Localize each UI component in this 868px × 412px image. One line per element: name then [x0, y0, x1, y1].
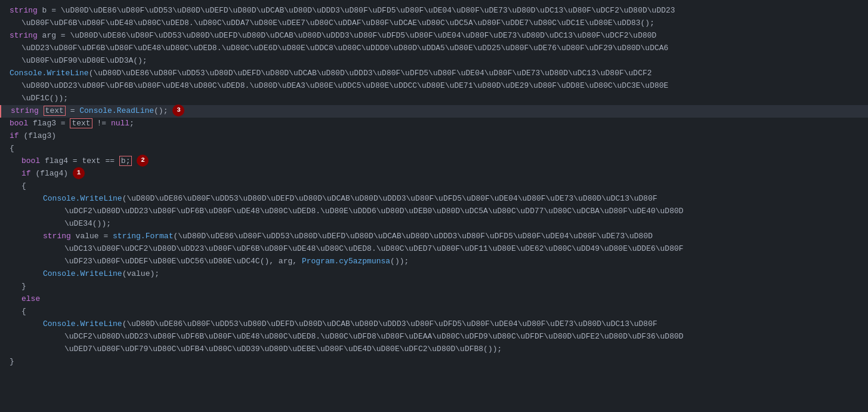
code-line: \uDED7\uD80F\uDF79\uD80C\uDFB4\uD80C\uDD…	[0, 343, 868, 356]
keyword: if	[21, 168, 35, 180]
code-line: \uDF1C());	[0, 93, 868, 105]
code-text: (value);	[122, 268, 159, 281]
code-text: (flag4)	[35, 168, 68, 180]
keyword: null	[111, 118, 129, 130]
code-text: \uDF1C());	[21, 93, 68, 105]
code-text: Program.cy5azpmunsa	[302, 256, 390, 268]
code-text: \uDED7\uD80F\uDF79\uD80C\uDFB4\uD80C\uDD…	[64, 343, 502, 356]
code-line: Console.WriteLine(\uD80D\uDE86\uD80F\uDD…	[0, 318, 868, 331]
code-text: !=	[92, 118, 111, 130]
badge-1: 1	[73, 167, 85, 179]
code-text: \uD80D\uDD23\uD80F\uDF6B\uD80F\uDE48\uD8…	[21, 80, 668, 93]
variable-text-box2: text	[70, 118, 92, 128]
code-line: if (flag3)	[0, 130, 868, 143]
keyword: bool	[21, 155, 45, 168]
code-text: \uD80F\uDF90\uD80E\uDD3A();	[21, 55, 147, 67]
code-text: arg = \uD80D\uDE86\uD80F\uDD53\uD80D\uDE…	[42, 30, 657, 42]
code-text: ();	[154, 105, 168, 118]
code-text: (\uD80D\uDE86\uD80F\uDD53\uD80D\uDEFD\uD…	[122, 193, 657, 205]
code-text: ());	[390, 256, 409, 268]
code-line: string value = string.Format(\uD80D\uDE8…	[0, 230, 868, 243]
code-line: Console.WriteLine(\uD80D\uDE86\uD80F\uDD…	[0, 67, 868, 80]
code-text: }	[21, 281, 26, 293]
code-line: {	[0, 143, 868, 155]
code-text: Console.WriteLine	[10, 67, 89, 80]
code-line: Console.WriteLine(\uD80D\uDE86\uD80F\uDD…	[0, 193, 868, 205]
code-line-highlighted: string text = Console.ReadLine(); 3	[0, 105, 868, 118]
code-text: text =	[44, 105, 80, 118]
code-text: value =	[76, 230, 113, 243]
code-line: \uDC13\uD80F\uDCF2\uD80D\uDD23\uD80F\uDF…	[0, 243, 868, 256]
code-line: else	[0, 293, 868, 306]
code-line: {	[0, 306, 868, 318]
code-text: {	[21, 306, 26, 318]
code-line: Console.WriteLine(value);	[0, 268, 868, 281]
code-line: bool flag4 = text == b; 2	[0, 155, 868, 168]
keyword: string	[11, 105, 44, 118]
code-text: \uDC13\uD80F\uDCF2\uD80D\uDD23\uD80F\uDF…	[64, 243, 684, 256]
keyword: string	[10, 30, 42, 42]
badge-2: 2	[137, 155, 149, 167]
code-line: \uDD23\uD80F\uDF6B\uD80F\uDE48\uD80C\uDE…	[0, 42, 868, 55]
badge-3: 3	[172, 104, 184, 116]
code-text: {	[10, 143, 14, 155]
code-line: string b = \uD80D\uDE86\uD80F\uDD53\uD80…	[0, 5, 868, 17]
keyword: bool	[10, 118, 33, 130]
code-text: }	[10, 356, 14, 368]
code-text: Console.ReadLine	[79, 105, 154, 118]
keyword: else	[21, 293, 40, 306]
code-line: {	[0, 180, 868, 193]
code-text: \uDE34());	[64, 218, 111, 230]
code-text: \uDCF2\uD80D\uDD23\uD80F\uDF6B\uD80F\uDE…	[64, 331, 684, 343]
code-text: Console.WriteLine	[43, 193, 122, 205]
code-text: {	[21, 180, 26, 193]
code-text: Console.WriteLine	[43, 268, 122, 281]
code-text: \uDD23\uD80F\uDF6B\uD80F\uDE48\uD80C\uDE…	[21, 42, 668, 55]
code-text: (\uD80D\uDE86\uD80F\uDD53\uD80D\uDEFD\uD…	[122, 318, 657, 331]
code-text: string.Format	[113, 230, 173, 243]
code-text: flag3 =	[33, 118, 70, 130]
code-line: string arg = \uD80D\uDE86\uD80F\uDD53\uD…	[0, 30, 868, 42]
code-line: if (flag4) 1	[0, 168, 868, 180]
code-text: Console.WriteLine	[43, 318, 122, 331]
keyword: string	[43, 230, 76, 243]
code-line: \uDCF2\uD80D\uDD23\uD80F\uDF6B\uD80F\uDE…	[0, 205, 868, 218]
code-line: \uDCF2\uD80D\uDD23\uD80F\uDF6B\uD80F\uDE…	[0, 331, 868, 343]
code-line: bool flag3 = text != null;	[0, 118, 868, 130]
code-line: }	[0, 356, 868, 368]
keyword: string	[10, 5, 42, 17]
code-text: (\uD80D\uDE86\uD80F\uDD53\uD80D\uDEFD\uD…	[173, 230, 653, 243]
code-line: \uDE34());	[0, 218, 868, 230]
code-line: \uDF23\uD80F\uDDEF\uD80E\uDC56\uD80E\uDC…	[0, 256, 868, 268]
code-line: \uD80D\uDD23\uD80F\uDF6B\uD80F\uDE48\uD8…	[0, 80, 868, 93]
code-text: b = \uD80D\uDE86\uD80F\uDD53\uD80D\uDEFD…	[42, 5, 675, 17]
keyword: if	[10, 130, 23, 143]
code-line: \uD80F\uDF90\uD80E\uDD3A();	[0, 55, 868, 67]
code-text: ;	[129, 118, 134, 130]
code-text: flag4 = text == b;	[45, 155, 132, 168]
code-text: \uD80F\uDF6B\uD80F\uDE48\uD80C\uDED8.\uD…	[21, 17, 654, 30]
code-line: \uD80F\uDF6B\uD80F\uDE48\uD80C\uDED8.\uD…	[0, 17, 868, 30]
variable-text-box: text	[44, 106, 66, 116]
code-container: string b = \uD80D\uDE86\uD80F\uDD53\uD80…	[0, 0, 868, 373]
variable-b-box: b;	[119, 156, 132, 166]
code-text: \uDF23\uD80F\uDDEF\uD80E\uDC56\uD80E\uDC…	[64, 256, 302, 268]
code-text: \uDCF2\uD80D\uDD23\uD80F\uDF6B\uD80F\uDE…	[64, 205, 684, 218]
code-text: (\uD80D\uDE86\uD80F\uDD53\uD80D\uDEFD\uD…	[89, 67, 652, 80]
code-line: }	[0, 281, 868, 293]
code-text: text	[70, 118, 92, 130]
code-text: (flag3)	[23, 130, 56, 143]
